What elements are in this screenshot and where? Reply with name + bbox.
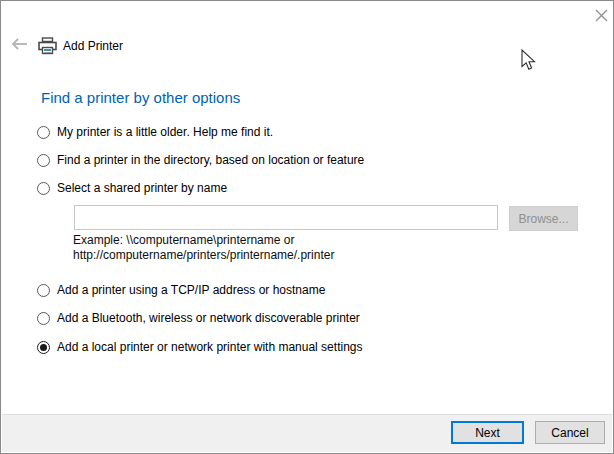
radio-icon xyxy=(37,312,50,325)
page-heading: Find a printer by other options xyxy=(41,89,240,106)
radio-label: Add a Bluetooth, wireless or network dis… xyxy=(57,311,360,325)
radio-option-local-manual[interactable]: Add a local printer or network printer w… xyxy=(37,337,362,357)
radio-icon xyxy=(37,126,50,139)
radio-label: Find a printer in the directory, based o… xyxy=(57,153,364,167)
radio-label: My printer is a little older. Help me fi… xyxy=(57,125,273,139)
example-text: Example: \\computername\printername or h… xyxy=(73,233,334,263)
close-icon xyxy=(595,8,608,26)
radio-option-bluetooth[interactable]: Add a Bluetooth, wireless or network dis… xyxy=(37,308,360,328)
printer-icon xyxy=(38,37,57,55)
next-button[interactable]: Next xyxy=(451,421,524,444)
radio-icon xyxy=(37,341,50,354)
cancel-button[interactable]: Cancel xyxy=(535,421,605,444)
radio-icon xyxy=(37,182,50,195)
mouse-cursor xyxy=(521,49,536,76)
radio-icon xyxy=(37,284,50,297)
radio-option-shared-name[interactable]: Select a shared printer by name xyxy=(37,178,227,198)
back-arrow-icon xyxy=(10,37,28,55)
add-printer-dialog: Add Printer Find a printer by other opti… xyxy=(0,0,614,454)
browse-button[interactable]: Browse... xyxy=(509,206,578,231)
back-button[interactable] xyxy=(9,37,29,55)
example-line-2: http://computername/printers/printername… xyxy=(73,248,334,263)
radio-label: Select a shared printer by name xyxy=(57,181,227,195)
radio-option-older-printer[interactable]: My printer is a little older. Help me fi… xyxy=(37,122,273,142)
radio-icon xyxy=(37,154,50,167)
radio-option-directory[interactable]: Find a printer in the directory, based o… xyxy=(37,150,364,170)
example-line-1: Example: \\computername\printername or xyxy=(73,233,334,248)
radio-option-tcpip[interactable]: Add a printer using a TCP/IP address or … xyxy=(37,280,325,300)
dialog-title: Add Printer xyxy=(63,39,123,53)
shared-printer-name-input[interactable] xyxy=(74,205,498,230)
radio-label: Add a printer using a TCP/IP address or … xyxy=(57,283,325,297)
close-button[interactable] xyxy=(591,7,611,27)
radio-label: Add a local printer or network printer w… xyxy=(57,340,362,354)
